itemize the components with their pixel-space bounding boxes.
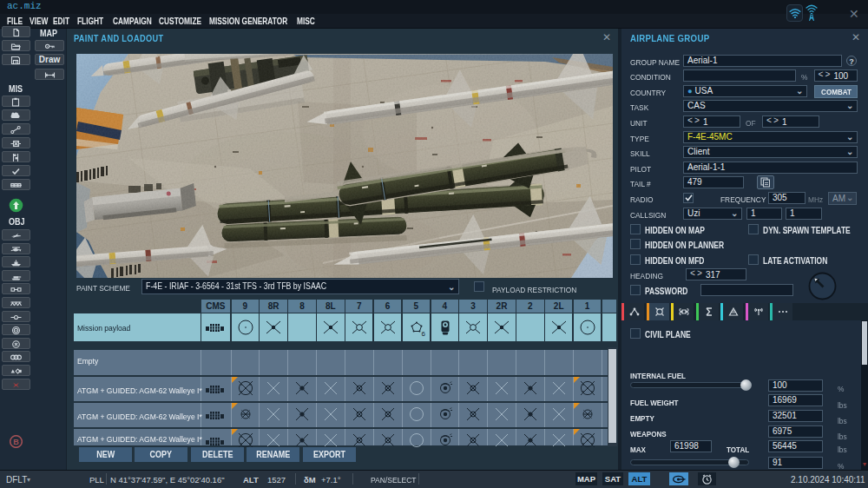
svg-text:6: 6 bbox=[421, 330, 425, 337]
svg-text:B: B bbox=[13, 438, 19, 446]
